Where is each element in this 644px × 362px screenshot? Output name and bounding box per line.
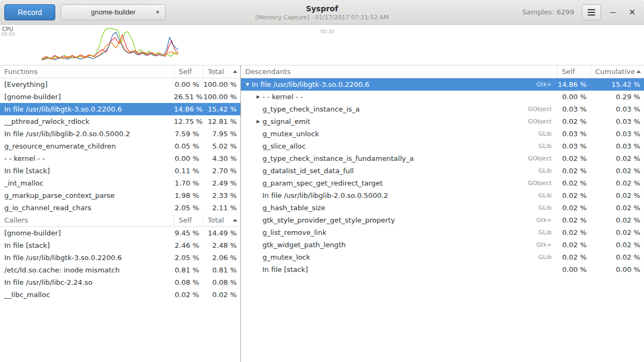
tree-row[interactable]: g_hash_table_sizeGLib0.02 %0.02 %: [241, 202, 644, 214]
timeline-time-start: 00:00: [1, 32, 15, 37]
function-name-cell: In file /usr/lib/libgtk-3.so.0.2200.6: [0, 105, 174, 113]
library-tag: Gtk+: [537, 217, 557, 224]
table-row[interactable]: - - kernel - -0.00 %4.30 %: [0, 152, 240, 165]
self-percent-cell: 0.81 %: [174, 266, 203, 274]
table-row[interactable]: In file /usr/lib/libglib-2.0.so.0.5000.2…: [0, 128, 240, 140]
column-header-total[interactable]: Total: [203, 214, 240, 226]
minimize-button[interactable]: ─: [605, 5, 620, 20]
tree-row[interactable]: g_slice_allocGLib0.03 %0.03 %: [241, 140, 644, 152]
self-percent-cell: 0.00 %: [557, 265, 590, 274]
table-row[interactable]: g_resource_enumerate_children0.05 %5.02 …: [0, 140, 240, 152]
tree-row[interactable]: g_list_remove_linkGLib0.02 %0.02 %: [241, 226, 644, 239]
sort-ascending-icon: [636, 70, 641, 73]
close-button[interactable]: ✕: [625, 5, 640, 20]
hamburger-icon: [588, 9, 595, 10]
table-row[interactable]: g_markup_parse_context_parse1.98 %2.33 %: [0, 189, 240, 202]
cumulative-percent-cell: 0.02 %: [590, 167, 644, 175]
tree-row[interactable]: gtk_style_provider_get_style_propertyGtk…: [241, 214, 644, 226]
self-percent-cell: 0.03 %: [557, 130, 590, 138]
cumulative-percent-cell: 0.02 %: [590, 216, 644, 224]
function-name-cell: [gnome-builder]: [0, 93, 174, 101]
table-row[interactable]: In file [stack]0.11 %2.70 %: [0, 165, 240, 177]
column-header-self[interactable]: Self: [174, 65, 203, 78]
table-row[interactable]: _int_malloc1.70 %2.49 %: [0, 177, 240, 189]
tree-row[interactable]: gtk_widget_path_lengthGtk+0.02 %0.02 %: [241, 239, 644, 251]
function-name-cell: [Everything]: [0, 80, 174, 88]
self-percent-cell: 14.86 %: [174, 105, 203, 113]
table-row[interactable]: In file /usr/lib/libgtk-3.so.0.2200.62.0…: [0, 252, 240, 264]
table-row[interactable]: __libc_malloc0.02 %0.02 %: [0, 289, 240, 301]
menu-button[interactable]: [582, 4, 601, 20]
expander-closed-icon[interactable]: ▶: [254, 94, 262, 99]
tree-row[interactable]: ▼In file /usr/lib/libgtk-3.so.0.2200.6Gt…: [241, 78, 644, 91]
function-name-cell: g_io_channel_read_chars: [0, 204, 174, 212]
cumulative-percent-cell: 0.03 %: [590, 130, 644, 138]
function-name: gtk_style_provider_get_style_property: [262, 216, 395, 224]
expander-closed-icon[interactable]: ▶: [254, 119, 262, 124]
record-button[interactable]: Record: [4, 4, 55, 20]
tree-row[interactable]: g_type_check_instance_is_aGObject0.03 %0…: [241, 103, 644, 115]
function-name: In file [stack]: [262, 265, 308, 274]
function-name-cell: In file /usr/lib/libc-2.24.so: [0, 278, 174, 286]
self-percent-cell: 1.98 %: [174, 191, 203, 200]
table-row[interactable]: [gnome-builder]26.51 %100.00 %: [0, 91, 240, 103]
expander-open-icon[interactable]: ▼: [243, 82, 252, 87]
headerbar: Record gnome-builder ▼ Sysprof [Memory C…: [0, 0, 644, 25]
total-percent-cell: 2.33 %: [203, 191, 240, 200]
self-percent-cell: 1.70 %: [174, 179, 203, 187]
descendant-name-cell: ▶g_signal_emitGObject: [241, 117, 557, 125]
tree-row[interactable]: In file /usr/lib/libglib-2.0.so.0.5000.2…: [241, 189, 644, 202]
column-header-descendants[interactable]: Descendants: [241, 65, 557, 78]
sysprof-window: Record gnome-builder ▼ Sysprof [Memory C…: [0, 0, 644, 362]
table-row[interactable]: __pthread_rwlock_rdlock12.75 %12.81 %: [0, 115, 240, 128]
table-row[interactable]: g_io_channel_read_chars2.05 %2.11 %: [0, 202, 240, 214]
descendants-table: ▼In file /usr/lib/libgtk-3.so.0.2200.6Gt…: [241, 78, 644, 276]
descendants-table-header: Descendants Self Cumulative: [241, 65, 644, 78]
total-percent-cell: 15.42 %: [203, 105, 240, 113]
tree-row[interactable]: In file [stack]0.00 %0.00 %: [241, 263, 644, 276]
process-selector[interactable]: gnome-builder ▼: [61, 4, 166, 20]
function-name-cell: __pthread_rwlock_rdlock: [0, 117, 174, 125]
tree-row[interactable]: g_datalist_id_set_data_fullGLib0.02 %0.0…: [241, 165, 644, 177]
cumulative-percent-cell: 0.02 %: [590, 228, 644, 237]
column-header-functions[interactable]: Functions: [0, 65, 174, 78]
tree-row[interactable]: ▶g_signal_emitGObject0.02 %0.03 %: [241, 115, 644, 128]
table-row[interactable]: In file [stack]2.46 %2.48 %: [0, 239, 240, 252]
function-name-cell: __libc_malloc: [0, 291, 174, 299]
tree-row[interactable]: ▶- - kernel - -0.00 %0.29 %: [241, 91, 644, 103]
samples-count: Samples: 6299: [522, 8, 574, 16]
cumulative-percent-cell: 0.02 %: [590, 154, 644, 162]
tree-row[interactable]: g_mutex_unlockGLib0.03 %0.03 %: [241, 128, 644, 140]
descendant-name-cell: ▶- - kernel - -: [241, 93, 557, 101]
main-area: Functions Self Total [Everything]0.00 %1…: [0, 65, 644, 362]
window-subtitle: [Memory Capture] - 01/17/2017 07:21:52 A…: [255, 13, 389, 20]
descendant-name-cell: g_datalist_id_set_data_fullGLib: [241, 167, 557, 175]
function-name: g_type_check_instance_is_a: [262, 105, 360, 113]
table-row[interactable]: In file /usr/lib/libgtk-3.so.0.2200.614.…: [0, 103, 240, 115]
cpu-timeline[interactable]: CPU 00:00 00:30: [0, 25, 644, 65]
table-row[interactable]: In file /usr/lib/libc-2.24.so0.08 %0.08 …: [0, 276, 240, 289]
callers-table: [gnome-builder]9.45 %14.49 %In file [sta…: [0, 227, 240, 301]
self-percent-cell: 0.02 %: [557, 191, 590, 200]
table-row[interactable]: [gnome-builder]9.45 %14.49 %: [0, 227, 240, 239]
tree-row[interactable]: g_param_spec_get_redirect_targetGObject0…: [241, 177, 644, 189]
self-percent-cell: 26.51 %: [174, 93, 203, 101]
tree-row[interactable]: g_mutex_lockGLib0.02 %0.02 %: [241, 251, 644, 263]
self-percent-cell: 0.02 %: [557, 216, 590, 224]
table-row[interactable]: /etc/ld.so.cache: inode mismatch0.81 %0.…: [0, 264, 240, 276]
column-header-self[interactable]: Self: [557, 65, 590, 78]
total-percent-cell: 100.00 %: [203, 80, 240, 88]
library-tag: GLib: [538, 229, 557, 236]
function-name: In file /usr/lib/libgtk-3.so.0.2200.6: [252, 80, 369, 88]
column-header-cumulative[interactable]: Cumulative: [590, 65, 644, 78]
table-row[interactable]: [Everything]0.00 %100.00 %: [0, 78, 240, 91]
column-header-total[interactable]: Total: [203, 65, 240, 78]
cumulative-percent-cell: 15.42 %: [590, 80, 644, 88]
column-header-self[interactable]: Self: [174, 214, 203, 226]
total-percent-cell: 2.06 %: [203, 254, 240, 262]
window-title: Sysprof: [255, 4, 389, 12]
function-name-cell: In file [stack]: [0, 241, 174, 249]
column-header-callers[interactable]: Callers: [0, 214, 174, 226]
tree-row[interactable]: g_type_check_instance_is_fundamentally_a…: [241, 152, 644, 165]
descendant-name-cell: In file /usr/lib/libglib-2.0.so.0.5000.2…: [241, 191, 557, 200]
